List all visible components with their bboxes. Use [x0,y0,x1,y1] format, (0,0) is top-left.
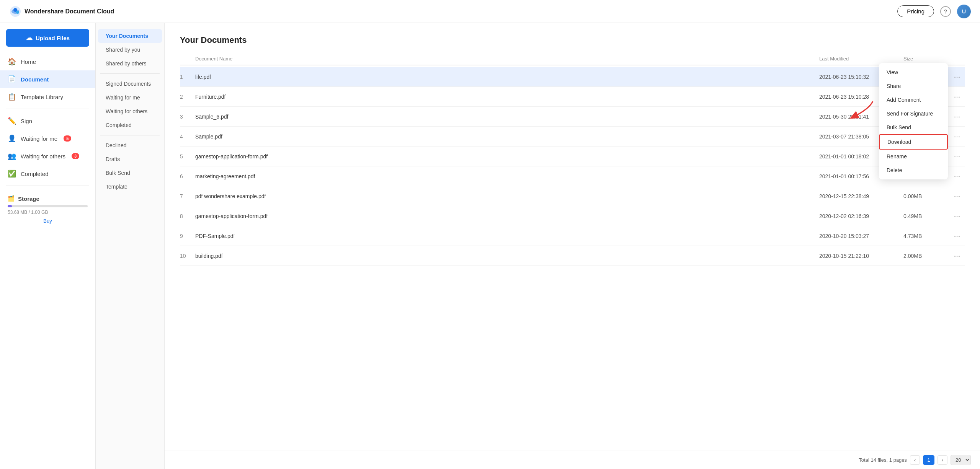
sidebar-item-waiting-for-others[interactable]: 👥 Waiting for others 3 [0,147,95,165]
upload-icon: ☁ [26,34,33,42]
context-menu-item-send-for-signature[interactable]: Send For Signature [879,107,948,121]
row-num-5: 6 [180,173,195,179]
row-name-1: Furniture.pdf [195,94,819,100]
sub-sidebar-your-documents[interactable]: Your Documents [98,29,162,43]
storage-title: 🗂️ Storage [8,195,88,202]
storage-bar-bg [8,205,88,207]
completed-icon: ✅ [8,169,16,178]
pagination-per-page[interactable]: 20 50 [951,455,971,465]
row-more-btn-1[interactable]: ··· [949,92,965,101]
context-menu-item-bulk-send[interactable]: Bulk Send [879,121,948,134]
pagination-next[interactable]: › [938,455,947,465]
row-date-9: 2020-10-15 21:22:10 [819,253,903,259]
storage-used-text: 53.68 MB / 1.00 GB [8,210,88,215]
sub-sidebar-shared-by-you[interactable]: Shared by you [98,43,162,57]
logo-icon [9,5,21,18]
row-more-btn-9[interactable]: ··· [949,251,965,260]
pagination-page[interactable]: 1 [923,455,934,465]
sidebar-divider-2 [6,186,89,186]
sign-icon: ✏️ [8,117,16,125]
main-content: Your Documents Document Name Last Modifi… [165,23,980,469]
sub-sidebar-template[interactable]: Template [98,180,162,194]
col-num [180,56,195,62]
row-more-btn-6[interactable]: ··· [949,192,965,200]
page-title: Your Documents [180,35,965,45]
context-menu-item-add-comment[interactable]: Add Comment [879,93,948,107]
buy-button[interactable]: Buy [8,218,88,224]
row-name-0: life.pdf [195,74,819,80]
row-name-5: marketing-agreement.pdf [195,173,819,179]
storage-section: 🗂️ Storage 53.68 MB / 1.00 GB Buy [0,189,95,230]
storage-bar-fill [8,205,12,207]
table-row: 2 Furniture.pdf 2021-06-23 15:10:28 2.63… [180,87,965,107]
row-num-4: 5 [180,153,195,160]
table-row: 10 building.pdf 2020-10-15 21:22:10 2.00… [180,246,965,266]
table-row: 8 gamestop-application-form.pdf 2020-12-… [180,206,965,226]
row-name-7: gamestop-application-form.pdf [195,213,819,219]
row-more-btn-3[interactable]: ··· [949,132,965,141]
document-icon: 📄 [8,75,16,83]
pricing-button[interactable]: Pricing [897,5,934,17]
row-name-3: Sample.pdf [195,134,819,140]
row-more-btn-8[interactable]: ··· [949,231,965,240]
sidebar-item-template-library[interactable]: 📋 Template Library [0,88,95,106]
col-last-modified: Last Modified [819,56,903,62]
row-more-btn-0[interactable]: ··· [949,72,965,81]
table-row: 5 gamestop-application-form.pdf 2021-01-… [180,147,965,166]
help-button[interactable]: ? [940,6,951,17]
context-menu-item-download[interactable]: Download [879,134,948,150]
context-menu-item-share[interactable]: Share [879,79,948,93]
sub-sidebar: Your Documents Shared by you Shared by o… [96,23,165,469]
context-menu-item-view[interactable]: View [879,65,948,79]
row-name-9: building.pdf [195,253,819,259]
row-name-6: pdf wondershare example.pdf [195,193,819,199]
row-num-7: 8 [180,213,195,219]
main-layout: ☁ Upload Files 🏠 Home 📄 Document 📋 Templ… [0,23,980,469]
user-avatar[interactable]: U [957,5,971,18]
sidebar-nav: 🏠 Home 📄 Document 📋 Template Library ✏️ … [0,53,95,189]
row-more-btn-7[interactable]: ··· [949,212,965,220]
row-date-6: 2020-12-15 22:38:49 [819,193,903,199]
row-name-8: PDF-Sample.pdf [195,233,819,239]
row-more-btn-4[interactable]: ··· [949,152,965,161]
app-logo: Wondershare Document Cloud [9,5,114,18]
col-actions [949,56,965,62]
sidebar-item-completed[interactable]: ✅ Completed [0,165,95,182]
waiting-others-badge: 3 [72,153,79,159]
sidebar-item-home-label: Home [21,59,36,65]
context-menu-item-rename[interactable]: Rename [879,150,948,163]
sub-sidebar-bulk-send[interactable]: Bulk Send [98,166,162,180]
upload-button[interactable]: ☁ Upload Files [6,29,89,47]
row-more-btn-5[interactable]: ··· [949,172,965,181]
sub-sidebar-declined[interactable]: Declined [98,138,162,152]
row-name-2: Sample_6.pdf [195,114,819,120]
template-library-icon: 📋 [8,93,16,101]
row-more-btn-2[interactable]: ··· [949,112,965,121]
pagination-prev[interactable]: ‹ [910,455,920,465]
sub-sidebar-signed-documents[interactable]: Signed Documents [98,77,162,91]
sub-sidebar-completed[interactable]: Completed [98,118,162,132]
sidebar-item-waiting-for-me[interactable]: 👤 Waiting for me 5 [0,130,95,147]
row-size-8: 4.73MB [903,233,949,239]
waiting-me-icon: 👤 [8,134,16,143]
sidebar-item-sign[interactable]: ✏️ Sign [0,112,95,130]
sidebar-item-template-library-label: Template Library [21,94,63,100]
waiting-others-icon: 👥 [8,152,16,160]
sub-sidebar-shared-by-others[interactable]: Shared by others [98,57,162,70]
waiting-me-badge: 5 [64,135,71,142]
sidebar-item-home[interactable]: 🏠 Home [0,53,95,70]
context-menu: ViewShareAdd CommentSend For SignatureBu… [879,63,948,179]
pagination-total-text: Total 14 files, 1 pages [859,457,907,463]
sub-sidebar-waiting-for-me[interactable]: Waiting for me [98,91,162,104]
sub-sidebar-drafts[interactable]: Drafts [98,152,162,166]
app-name: Wondershare Document Cloud [24,8,114,15]
table-row: 3 Sample_6.pdf 2021-05-30 23:01:41 33.39… [180,107,965,127]
row-size-6: 0.00MB [903,193,949,199]
topbar: Wondershare Document Cloud Pricing ? U [0,0,980,23]
row-name-4: gamestop-application-form.pdf [195,153,819,160]
context-menu-item-delete[interactable]: Delete [879,163,948,177]
sidebar-divider-1 [6,109,89,109]
row-num-0: 1 [180,74,195,80]
sub-sidebar-waiting-for-others[interactable]: Waiting for others [98,104,162,118]
sidebar-item-document[interactable]: 📄 Document [0,70,95,88]
